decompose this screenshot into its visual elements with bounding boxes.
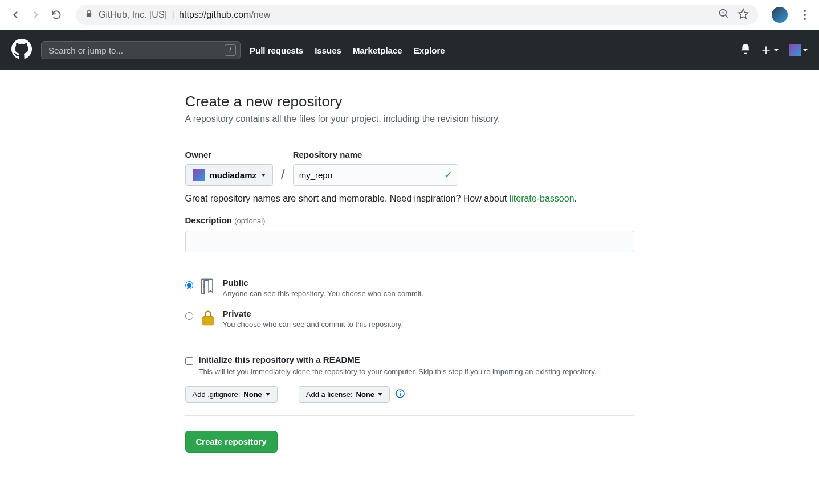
svg-point-8 [204,321,205,322]
address-bar[interactable]: GitHub, Inc. [US] | https://github.com/n… [76,5,758,25]
divider [185,265,634,265]
description-input[interactable] [185,231,634,252]
init-readme-checkbox[interactable] [185,357,193,365]
user-avatar [789,44,801,56]
lock-icon [85,10,93,20]
page-title: Create a new repository [185,93,634,110]
svg-line-1 [726,15,728,18]
suggestion-link[interactable]: literate-bassoon [510,194,574,203]
svg-point-3 [202,281,203,282]
nav-explore[interactable]: Explore [414,46,445,55]
star-icon[interactable] [737,8,749,22]
back-button[interactable] [9,8,22,22]
nav-marketplace[interactable]: Marketplace [353,46,402,55]
caret-down-icon [261,174,266,177]
url-text: GitHub, Inc. [US] | https://github.com/n… [99,10,270,20]
caret-down-icon [378,393,382,396]
owner-label: Owner [185,150,274,159]
browser-toolbar: GitHub, Inc. [US] | https://github.com/n… [0,0,819,30]
forward-button[interactable] [29,8,43,22]
svg-point-11 [400,391,401,392]
caret-down-icon [266,393,270,396]
owner-select[interactable]: mudiadamz [185,164,274,186]
reload-button[interactable] [50,8,63,22]
repo-name-label: Repository name [293,150,458,159]
license-select[interactable]: Add a license: None [299,386,390,403]
init-readme-description: This will let you immediately clone the … [199,367,597,376]
notifications-icon[interactable] [740,44,751,56]
visibility-public-radio[interactable] [185,281,193,289]
path-separator: / [279,166,287,186]
browser-profile-avatar[interactable] [772,7,788,23]
caret-down-icon [774,49,779,51]
repo-public-icon [200,278,216,298]
caret-down-icon [803,49,808,51]
create-menu[interactable] [761,45,779,55]
check-icon: ✓ [444,169,453,181]
header-nav: Pull requests Issues Marketplace Explore [250,46,445,55]
repo-private-icon [200,309,216,329]
search-input[interactable] [41,41,241,59]
github-header: / Pull requests Issues Marketplace Explo… [0,30,819,70]
user-menu[interactable] [789,44,808,56]
create-repository-button[interactable]: Create repository [185,431,278,453]
slash-shortcut-icon: / [225,44,236,56]
info-icon[interactable] [390,389,405,400]
header-search[interactable]: / [41,41,241,59]
github-logo-icon[interactable] [11,39,32,62]
nav-issues[interactable]: Issues [315,46,341,55]
zoom-icon[interactable] [718,8,730,22]
divider [185,137,634,137]
divider [185,342,634,342]
private-title: Private [223,309,251,318]
repo-name-input[interactable] [293,164,458,186]
private-description: You choose who can see and commit to thi… [223,320,404,329]
svg-point-5 [202,286,203,288]
divider [185,415,634,416]
divider [288,388,288,401]
repo-name-hint: Great repository names are short and mem… [185,194,634,204]
nav-pull-requests[interactable]: Pull requests [250,46,303,55]
browser-menu-icon[interactable] [799,9,810,21]
init-readme-title: Initialize this repository with a README [199,355,360,364]
main-content: Create a new repository A repository con… [176,93,643,453]
gitignore-select[interactable]: Add .gitignore: None [185,386,278,403]
public-title: Public [223,278,248,288]
public-description: Anyone can see this repository. You choo… [223,289,423,298]
visibility-private-radio[interactable] [185,312,193,320]
description-label: Description (optional) [185,215,634,225]
page-subtitle: A repository contains all the files for … [185,114,634,124]
owner-name: mudiadamz [210,170,257,180]
svg-point-7 [204,318,205,319]
svg-rect-12 [400,393,401,396]
svg-point-4 [202,284,203,285]
svg-point-9 [204,322,205,323]
owner-avatar [193,169,205,181]
